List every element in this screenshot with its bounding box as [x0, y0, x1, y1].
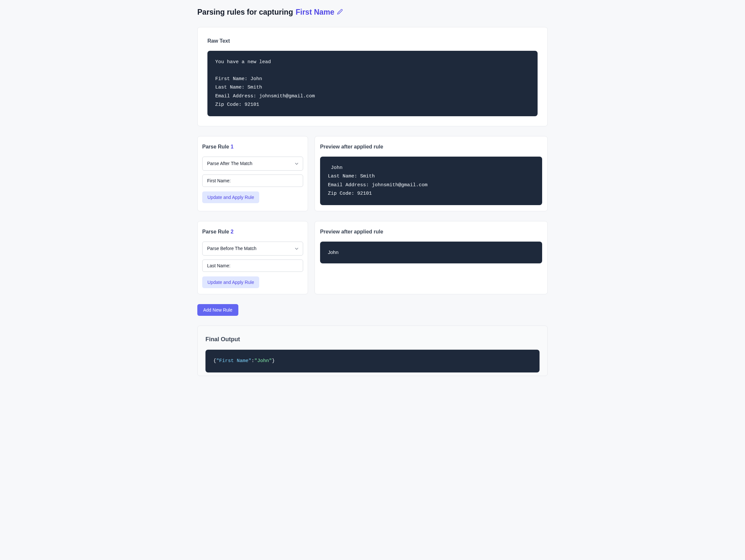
page-title: Parsing rules for capturing First Name — [197, 6, 548, 18]
rule-type-select-wrap: Parse Before The Match — [202, 241, 303, 256]
rule-card: Parse Rule 2Parse Before The MatchUpdate… — [197, 221, 308, 294]
final-output-label: Final Output — [205, 335, 540, 344]
page-title-field-name: First Name — [296, 6, 334, 18]
rule-type-select-wrap: Parse After The Match — [202, 157, 303, 171]
preview-card: Preview after applied ruleJohn — [315, 221, 548, 294]
add-new-rule-button[interactable]: Add New Rule — [197, 304, 238, 316]
rule-label-prefix: Parse Rule — [202, 144, 230, 150]
rule-label-prefix: Parse Rule — [202, 229, 230, 234]
rule-number: 1 — [230, 144, 233, 150]
main-container: Parsing rules for capturing First Name R… — [174, 0, 571, 389]
rule-card: Parse Rule 1Parse After The MatchUpdate … — [197, 136, 308, 211]
rule-label: Parse Rule 1 — [202, 143, 303, 151]
rule-type-select[interactable]: Parse After The Match — [202, 157, 303, 171]
match-text-input[interactable] — [202, 260, 303, 272]
rule-number: 2 — [230, 229, 233, 234]
final-output-content: {"First Name":"John"} — [205, 350, 540, 372]
raw-text-label: Raw Text — [207, 37, 538, 45]
match-text-input[interactable] — [202, 174, 303, 187]
final-output-value: "John" — [254, 358, 272, 364]
preview-label: Preview after applied rule — [320, 143, 542, 151]
preview-content: John — [320, 241, 542, 263]
raw-text-content: You have a new lead First Name: John Las… — [207, 51, 538, 117]
update-rule-button[interactable]: Update and Apply Rule — [202, 276, 259, 288]
rules-list: Parse Rule 1Parse After The MatchUpdate … — [197, 136, 548, 294]
preview-card: Preview after applied rule John Last Nam… — [315, 136, 548, 211]
rule-row: Parse Rule 1Parse After The MatchUpdate … — [197, 136, 548, 211]
preview-content: John Last Name: Smith Email Address: joh… — [320, 157, 542, 205]
update-rule-button[interactable]: Update and Apply Rule — [202, 192, 259, 203]
rule-row: Parse Rule 2Parse Before The MatchUpdate… — [197, 221, 548, 294]
rule-type-select[interactable]: Parse Before The Match — [202, 241, 303, 256]
edit-icon[interactable] — [337, 6, 343, 18]
preview-label: Preview after applied rule — [320, 228, 542, 236]
page-title-prefix: Parsing rules for capturing — [197, 6, 293, 18]
final-output-card: Final Output {"First Name":"John"} — [197, 326, 548, 376]
raw-text-card: Raw Text You have a new lead First Name:… — [197, 27, 548, 127]
rule-label: Parse Rule 2 — [202, 228, 303, 236]
final-output-key: "First Name" — [216, 358, 251, 364]
